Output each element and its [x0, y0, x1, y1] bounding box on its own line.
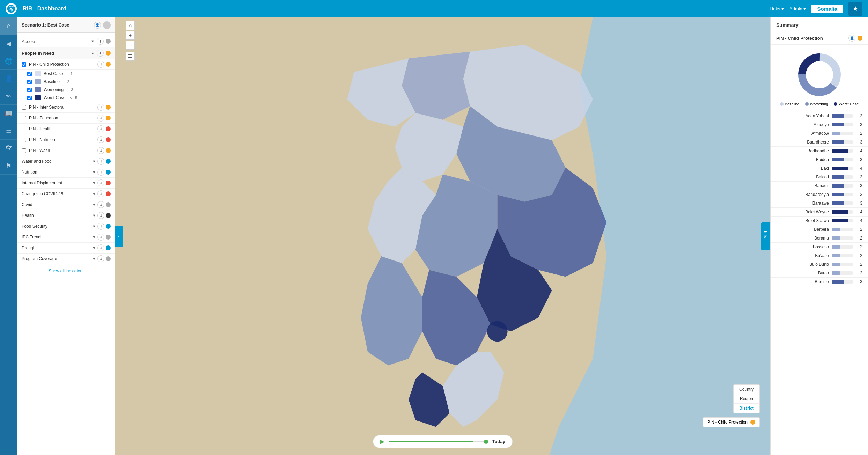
group-layer-download[interactable]: ⬇ — [97, 212, 104, 219]
district-row[interactable]: Baardheere 3 — [771, 138, 868, 147]
pin-cp-checkbox[interactable] — [22, 62, 26, 67]
show-all-link[interactable]: Show all indicators — [49, 269, 83, 273]
layer-label: PiN - Inter Sectoral — [29, 105, 64, 110]
layer-download[interactable]: ⬇ — [97, 104, 104, 111]
access-download[interactable]: ⬇ — [97, 38, 104, 45]
group-layer-download[interactable]: ⬇ — [97, 190, 104, 197]
district-row[interactable]: Adan Yabaal 3 — [771, 112, 868, 120]
layer-download[interactable]: ⬇ — [97, 115, 104, 122]
legend-worsening: Worsening — [805, 102, 828, 106]
baseline-legend-dot — [780, 102, 784, 106]
district-row[interactable]: Balcad 3 — [771, 173, 868, 182]
access-row: Access ▼ ⬇ — [17, 36, 115, 47]
district-row[interactable]: Burtinle 3 — [771, 278, 868, 286]
layer-checkbox[interactable] — [22, 127, 26, 131]
scenario-header: Scenario 1: Best Case 👤 — [17, 17, 115, 33]
sidebar-item-flag[interactable]: ⚑ — [0, 157, 17, 175]
pin-cp-label: PiN - Child Protection — [29, 62, 69, 67]
layer-checkbox[interactable] — [22, 138, 26, 142]
group-layer-download[interactable]: ⬇ — [97, 169, 104, 176]
sidebar-item-back[interactable]: ◀ — [0, 35, 17, 52]
admin-menu[interactable]: Admin ▾ — [789, 6, 806, 12]
scenario-person-icon[interactable]: 👤 — [94, 22, 101, 29]
sub-value: <= 5 — [69, 96, 77, 100]
group-layer-dot — [106, 256, 111, 261]
zoom-in-button[interactable]: + — [126, 31, 135, 40]
district-level-button[interactable]: District — [734, 404, 759, 413]
district-row[interactable]: Baki 4 — [771, 164, 868, 173]
group-layer-download[interactable]: ⬇ — [97, 179, 104, 186]
group-layer-chevron[interactable]: ▼ — [92, 235, 96, 239]
district-row[interactable]: Belet Xaawo 4 — [771, 217, 868, 225]
layer-checkbox[interactable] — [22, 116, 26, 120]
sub-checkbox[interactable] — [27, 72, 32, 76]
group-layer-chevron[interactable]: ▼ — [92, 181, 96, 185]
district-row[interactable]: Afmadow 2 — [771, 129, 868, 138]
group-layer-download[interactable]: ⬇ — [97, 244, 104, 251]
district-row[interactable]: Baraawe 3 — [771, 199, 868, 208]
play-button[interactable]: ▶ — [380, 438, 384, 445]
links-menu[interactable]: Links ▾ — [770, 6, 784, 12]
pin-cp-download[interactable]: ⬇ — [97, 61, 104, 68]
layer-checkbox[interactable] — [22, 148, 26, 153]
layer-download[interactable]: ⬇ — [97, 147, 104, 154]
zoom-out-button[interactable]: − — [126, 41, 135, 50]
district-row[interactable]: Baidoa 3 — [771, 155, 868, 164]
district-row[interactable]: Berbera 2 — [771, 225, 868, 234]
group-layer-chevron[interactable]: ▼ — [92, 170, 96, 174]
district-value: 2 — [855, 131, 862, 136]
layer-download[interactable]: ⬇ — [97, 125, 104, 132]
group-layer-chevron[interactable]: ▼ — [92, 192, 96, 196]
group-layer-chevron[interactable]: ▼ — [92, 224, 96, 228]
home-map-button[interactable]: ⌂ — [126, 21, 135, 30]
pin-chevron[interactable]: ▲ — [91, 51, 95, 55]
group-layer-chevron[interactable]: ▼ — [92, 203, 96, 207]
sidebar-item-book[interactable]: 📖 — [0, 105, 17, 122]
sidebar-item-person[interactable]: 👤 — [0, 70, 17, 87]
sidebar-item-globe[interactable]: 🌐 — [0, 52, 17, 70]
group-layer-download[interactable]: ⬇ — [97, 158, 104, 165]
district-row[interactable]: Afgooye 3 — [771, 120, 868, 129]
district-row[interactable]: Belet Weyne 4 — [771, 208, 868, 217]
sidebar-item-map[interactable]: 🗺 — [0, 140, 17, 157]
access-chevron[interactable]: ▼ — [91, 39, 95, 43]
region-level-button[interactable]: Region — [734, 394, 759, 404]
group-layer-download[interactable]: ⬇ — [97, 201, 104, 208]
group-layer-download[interactable]: ⬇ — [97, 234, 104, 241]
district-row[interactable]: Bossaso 2 — [771, 243, 868, 251]
district-row[interactable]: Burco 2 — [771, 269, 868, 278]
group-layer-chevron[interactable]: ▼ — [92, 213, 96, 218]
group-layer-chevron[interactable]: ▼ — [92, 246, 96, 250]
district-row[interactable]: Banadir 3 — [771, 182, 868, 190]
layer-toggle-button[interactable] — [126, 52, 135, 61]
sidebar-item-list[interactable]: ☰ — [0, 122, 17, 140]
district-row[interactable]: Bu'aale 2 — [771, 251, 868, 260]
sub-checkbox[interactable] — [27, 88, 32, 92]
pin-download[interactable]: ⬇ — [97, 50, 104, 57]
timeline-track[interactable] — [389, 441, 488, 442]
layer-checkbox[interactable] — [22, 105, 26, 110]
district-row[interactable]: Bulo Burto 2 — [771, 260, 868, 269]
sub-checkbox[interactable] — [27, 96, 32, 100]
sidebar-toggle-button[interactable]: › — [115, 226, 123, 247]
info-panel-button[interactable]: Info › — [761, 222, 770, 250]
group-layer-download[interactable]: ⬇ — [97, 255, 104, 262]
group-layer-download[interactable]: ⬇ — [97, 223, 104, 230]
district-row[interactable]: Bandarbeyla 3 — [771, 190, 868, 199]
timeline-thumb[interactable] — [484, 440, 488, 444]
country-level-button[interactable]: Country — [734, 385, 759, 394]
sidebar-item-activity[interactable] — [0, 87, 17, 105]
scenario-toggle[interactable] — [103, 21, 111, 29]
district-row[interactable]: Badhaadhe 4 — [771, 147, 868, 155]
group-layer-chevron[interactable]: ▼ — [92, 257, 96, 261]
sub-checkbox[interactable] — [27, 80, 32, 84]
layer-label: PiN - Health — [29, 126, 52, 131]
nav-right: Links ▾ Admin ▾ Somalia ★ — [770, 2, 862, 16]
favorite-button[interactable]: ★ — [848, 2, 862, 16]
summary-person-icon[interactable]: 👤 — [848, 35, 855, 42]
sidebar-item-home[interactable]: ⌂ — [0, 17, 17, 35]
district-row[interactable]: Borama 2 — [771, 234, 868, 243]
layer-download[interactable]: ⬇ — [97, 136, 104, 143]
district-value: 2 — [855, 271, 862, 276]
group-layer-chevron[interactable]: ▼ — [92, 159, 96, 163]
